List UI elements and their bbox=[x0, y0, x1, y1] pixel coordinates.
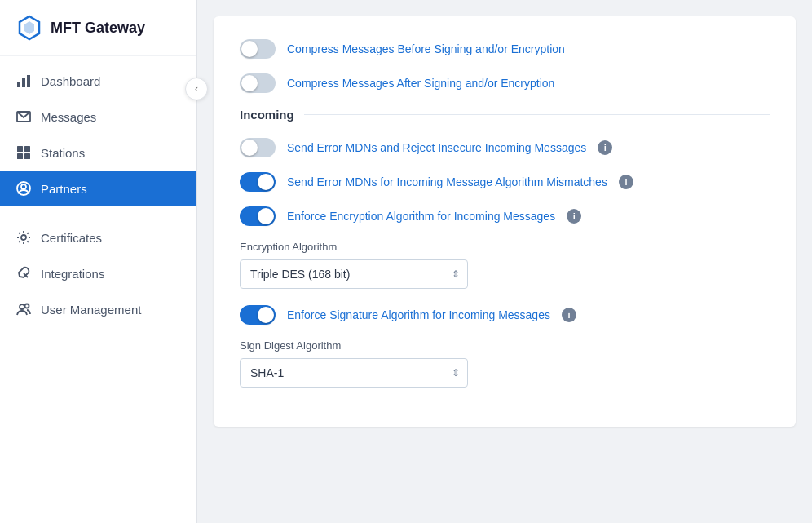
svg-point-11 bbox=[21, 184, 26, 189]
encryption-algorithm-wrapper: Triple DES (168 bit) AES 128 bit AES 192… bbox=[240, 259, 468, 289]
incoming-section-header: Incoming bbox=[240, 108, 770, 122]
enforce-encryption-info-icon[interactable]: i bbox=[567, 209, 581, 224]
send-error-algorithm-info-icon[interactable]: i bbox=[619, 175, 633, 189]
encryption-algorithm-select[interactable]: Triple DES (168 bit) AES 128 bit AES 192… bbox=[240, 259, 468, 289]
compress-before-row: Compress Messages Before Signing and/or … bbox=[240, 39, 770, 59]
enforce-encryption-track[interactable] bbox=[240, 206, 276, 226]
sidebar-nav: Dashboard Messages Stations Partners Ce bbox=[0, 56, 196, 523]
enforce-signature-toggle[interactable] bbox=[240, 305, 276, 325]
sidebar-collapse-button[interactable]: ‹ bbox=[185, 78, 208, 100]
sidebar-item-dashboard-label: Dashboard bbox=[41, 74, 100, 88]
sidebar-item-messages-label: Messages bbox=[41, 110, 96, 124]
compress-after-track[interactable] bbox=[240, 73, 276, 93]
svg-point-14 bbox=[20, 304, 24, 309]
sidebar-item-integrations-label: Integrations bbox=[41, 267, 104, 281]
logo-area: MFT Gateway bbox=[0, 0, 196, 56]
send-error-algorithm-thumb bbox=[258, 174, 274, 190]
compress-before-toggle[interactable] bbox=[240, 39, 276, 59]
enforce-signature-info-icon[interactable]: i bbox=[562, 308, 576, 322]
compress-before-track[interactable] bbox=[240, 39, 276, 59]
send-error-mdns-label: Send Error MDNs and Reject Insecure Inco… bbox=[287, 141, 586, 154]
sidebar-item-partners[interactable]: Partners bbox=[0, 171, 196, 206]
send-error-mdns-thumb bbox=[241, 140, 258, 156]
compress-after-toggle[interactable] bbox=[240, 73, 276, 93]
send-error-algorithm-toggle[interactable] bbox=[240, 172, 276, 192]
encryption-algorithm-label: Encryption Algorithm bbox=[240, 241, 770, 253]
compress-before-thumb bbox=[241, 41, 258, 57]
enforce-signature-track[interactable] bbox=[240, 305, 276, 325]
svg-rect-8 bbox=[17, 153, 23, 159]
sign-digest-select[interactable]: SHA-1 SHA-256 SHA-384 SHA-512 MD5 bbox=[240, 358, 468, 388]
grid-icon bbox=[16, 145, 31, 160]
sidebar-item-certificates[interactable]: Certificates bbox=[0, 219, 196, 255]
send-error-algorithm-label: Send Error MDNs for Incoming Message Alg… bbox=[287, 175, 607, 188]
send-error-mdns-toggle[interactable] bbox=[240, 138, 276, 157]
send-error-mdns-track[interactable] bbox=[240, 138, 276, 157]
svg-rect-7 bbox=[24, 146, 30, 152]
sidebar: MFT Gateway ‹ Dashboard Messages Station… bbox=[0, 0, 197, 523]
compress-after-row: Compress Messages After Signing and/or E… bbox=[240, 73, 770, 93]
enforce-encryption-thumb bbox=[258, 208, 274, 224]
sidebar-item-integrations[interactable]: Integrations bbox=[0, 255, 196, 291]
enforce-signature-label: Enforce Signature Algorithm for Incoming… bbox=[287, 308, 550, 321]
send-error-algorithm-row: Send Error MDNs for Incoming Message Alg… bbox=[240, 172, 770, 192]
sidebar-item-partners-label: Partners bbox=[41, 182, 87, 196]
sidebar-item-dashboard[interactable]: Dashboard bbox=[0, 63, 196, 99]
send-error-mdns-info-icon[interactable]: i bbox=[598, 140, 612, 155]
compress-before-label: Compress Messages Before Signing and/or … bbox=[287, 42, 565, 55]
compress-after-thumb bbox=[241, 75, 258, 91]
sidebar-item-messages[interactable]: Messages bbox=[0, 99, 196, 135]
main-content: Compress Messages Before Signing and/or … bbox=[197, 0, 812, 523]
sign-digest-label: Sign Digest Algorithm bbox=[240, 339, 770, 352]
incoming-section-title: Incoming bbox=[240, 108, 294, 122]
enforce-encryption-toggle[interactable] bbox=[240, 206, 276, 226]
users-icon bbox=[16, 302, 31, 317]
svg-rect-3 bbox=[22, 78, 25, 87]
enforce-signature-row: Enforce Signature Algorithm for Incoming… bbox=[240, 305, 770, 325]
compress-after-label: Compress Messages After Signing and/or E… bbox=[287, 77, 554, 90]
svg-point-12 bbox=[21, 235, 26, 240]
logo-icon bbox=[16, 15, 42, 41]
sign-digest-wrapper: SHA-1 SHA-256 SHA-384 SHA-512 MD5 ⇕ bbox=[240, 358, 468, 388]
content-panel: Compress Messages Before Signing and/or … bbox=[214, 16, 796, 427]
enforce-signature-thumb bbox=[258, 307, 274, 323]
incoming-divider bbox=[304, 114, 770, 115]
svg-marker-1 bbox=[24, 21, 34, 34]
bar-chart-icon bbox=[16, 73, 31, 88]
svg-rect-4 bbox=[27, 75, 30, 87]
svg-rect-2 bbox=[17, 82, 20, 87]
gear-icon bbox=[16, 230, 31, 245]
sidebar-item-certificates-label: Certificates bbox=[41, 231, 102, 245]
sidebar-item-user-management-label: User Management bbox=[41, 303, 141, 317]
sidebar-item-user-management[interactable]: User Management bbox=[0, 291, 196, 327]
svg-rect-9 bbox=[24, 153, 30, 159]
enforce-encryption-label: Enforce Encryption Algorithm for Incomin… bbox=[287, 210, 555, 223]
svg-rect-6 bbox=[17, 146, 23, 152]
sidebar-item-stations[interactable]: Stations bbox=[0, 135, 196, 171]
enforce-encryption-row: Enforce Encryption Algorithm for Incomin… bbox=[240, 206, 770, 226]
svg-point-15 bbox=[25, 304, 29, 308]
user-circle-icon bbox=[16, 181, 31, 196]
send-error-mdns-row: Send Error MDNs and Reject Insecure Inco… bbox=[240, 138, 770, 157]
wrench-icon bbox=[16, 266, 31, 281]
envelope-icon bbox=[16, 109, 31, 124]
app-title: MFT Gateway bbox=[51, 20, 145, 37]
sidebar-item-stations-label: Stations bbox=[41, 146, 85, 160]
send-error-algorithm-track[interactable] bbox=[240, 172, 276, 192]
